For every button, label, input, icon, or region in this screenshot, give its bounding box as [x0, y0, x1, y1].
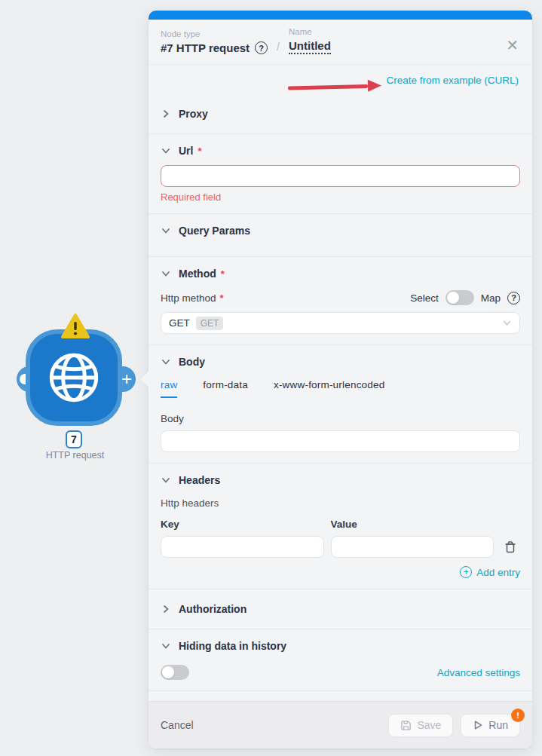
section-authorization-header[interactable]: Authorization — [161, 603, 520, 615]
help-icon[interactable]: ? — [507, 292, 520, 305]
chevron-down-icon — [161, 145, 171, 156]
tab-form-data[interactable]: form-data — [203, 379, 248, 398]
http-method-label: Http method* — [161, 292, 224, 304]
panel-header: Node type #7 HTTP request ? / Name Untit… — [149, 20, 532, 65]
curl-row: Create from example (CURL) — [149, 65, 532, 94]
panel-footer: Cancel Save Run ! — [149, 701, 532, 748]
header-entry-row — [161, 536, 520, 558]
section-title: Url — [179, 145, 193, 157]
name-label: Name — [289, 27, 331, 36]
section-url: Url * Required field — [149, 134, 532, 214]
section-query-params-header[interactable]: Query Params — [161, 225, 520, 237]
section-method-header[interactable]: Method * — [161, 268, 520, 280]
tab-x-www-form-urlencoded[interactable]: x-www-form-urlencoded — [274, 379, 385, 398]
breadcrumb-separator: / — [277, 41, 280, 54]
create-from-curl-link[interactable]: Create from example (CURL) — [386, 75, 519, 86]
cancel-button[interactable]: Cancel — [161, 719, 194, 731]
section-body-header[interactable]: Body — [161, 356, 520, 368]
advanced-settings-link[interactable]: Advanced settings — [437, 667, 520, 678]
run-button[interactable]: Run ! — [461, 714, 520, 737]
section-title: Authorization — [179, 603, 247, 615]
toggle-knob — [447, 292, 459, 304]
section-title: Headers — [179, 474, 220, 486]
http-request-node[interactable]: + 7 HTTP request — [15, 320, 147, 464]
required-mark: * — [221, 268, 225, 280]
chevron-down-icon — [161, 268, 171, 279]
section-hiding-data: Hiding data in history Advanced settings — [149, 629, 532, 691]
header-key-input[interactable] — [161, 536, 324, 558]
http-headers-label: Http headers — [161, 497, 520, 509]
header-value-input[interactable] — [331, 536, 495, 558]
key-column-label: Key — [161, 519, 324, 530]
play-icon — [473, 720, 483, 730]
node-number-badge: 7 — [66, 430, 82, 448]
chevron-down-icon — [502, 318, 512, 328]
help-icon[interactable]: ? — [255, 41, 268, 54]
section-title: Method — [179, 268, 216, 280]
chevron-down-icon — [161, 475, 171, 485]
section-title: Hiding data in history — [179, 640, 286, 652]
section-query-params: Query Params — [149, 214, 532, 257]
chevron-right-icon — [161, 604, 171, 614]
section-headers-header[interactable]: Headers — [161, 474, 520, 486]
trash-icon — [504, 540, 516, 553]
chevron-down-icon — [161, 225, 171, 236]
warning-icon — [60, 313, 90, 340]
notification-badge: ! — [511, 709, 525, 722]
hiding-data-toggle[interactable] — [161, 665, 189, 680]
chevron-down-icon — [161, 357, 171, 367]
plus-icon: + — [121, 370, 132, 388]
required-mark: * — [198, 145, 201, 157]
select-map-toggle[interactable] — [446, 290, 474, 305]
node-config-panel: Node type #7 HTTP request ? / Name Untit… — [149, 11, 532, 748]
tab-raw[interactable]: raw — [161, 379, 177, 398]
body-input[interactable] — [161, 430, 520, 452]
save-icon — [400, 720, 412, 731]
add-entry-label: Add entry — [476, 567, 520, 578]
url-error-message: Required field — [161, 191, 520, 203]
section-url-header[interactable]: Url * — [161, 145, 520, 157]
select-mode-label: Select — [410, 292, 439, 304]
selected-method-value: GET — [169, 317, 190, 329]
globe-icon — [45, 349, 103, 406]
http-method-select[interactable]: GET GET — [161, 312, 520, 334]
map-mode-label: Map — [481, 292, 501, 304]
body-field-label: Body — [161, 413, 520, 424]
node-type-value: #7 HTTP request — [161, 41, 250, 54]
url-input[interactable] — [161, 165, 520, 187]
body-type-tabs: raw form-data x-www-form-urlencoded — [161, 379, 520, 398]
save-button[interactable]: Save — [388, 714, 453, 737]
plus-circle-icon: + — [460, 566, 472, 578]
node-label: HTTP request — [9, 450, 141, 461]
toggle-knob — [162, 666, 174, 678]
section-authorization: Authorization — [149, 589, 532, 629]
value-column-label: Value — [331, 519, 495, 530]
chevron-right-icon — [161, 109, 171, 119]
section-hiding-data-header[interactable]: Hiding data in history — [161, 640, 520, 652]
section-headers: Headers Http headers Key Value + Add ent… — [149, 464, 532, 589]
delete-entry-button[interactable] — [501, 540, 520, 553]
section-title: Body — [179, 356, 205, 368]
node-body[interactable] — [26, 329, 122, 426]
method-badge: GET — [196, 317, 224, 330]
add-entry-button[interactable]: + Add entry — [161, 566, 520, 578]
chevron-down-icon — [161, 641, 171, 651]
close-icon[interactable]: ✕ — [506, 38, 519, 53]
node-type-label: Node type — [161, 29, 268, 38]
annotation-arrow-icon — [288, 79, 381, 93]
section-proxy-header[interactable]: Proxy — [161, 108, 520, 120]
node-name-field[interactable]: Untitled — [289, 39, 331, 54]
section-body: Body raw form-data x-www-form-urlencoded… — [149, 345, 532, 464]
section-title: Proxy — [179, 108, 208, 120]
section-proxy: Proxy — [149, 94, 532, 134]
section-title: Query Params — [179, 225, 250, 237]
panel-accent-bar — [149, 11, 532, 20]
section-method: Method * Http method* Select Map ? GET G… — [149, 257, 532, 345]
